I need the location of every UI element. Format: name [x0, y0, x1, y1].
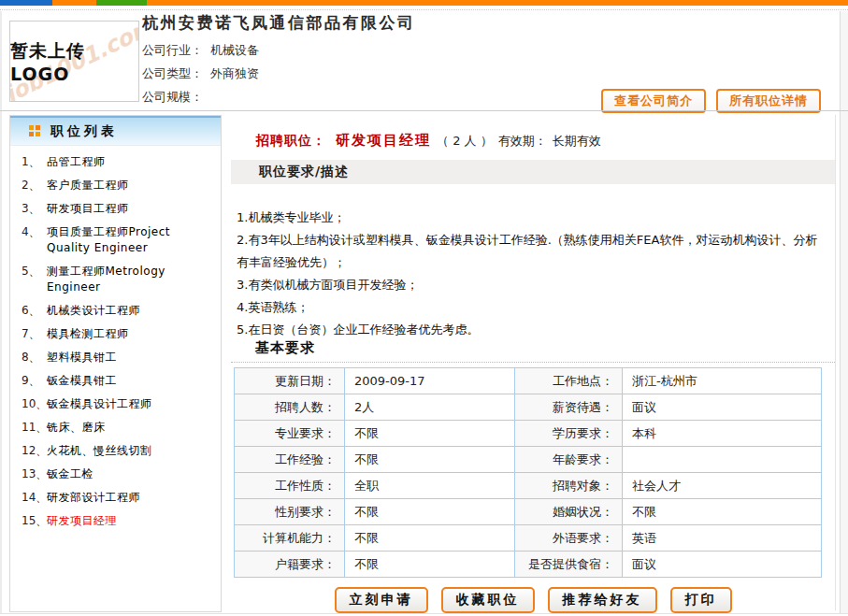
description-line: 5.在日资（台资）企业工作经验者优先考虑。	[237, 319, 824, 341]
page: job1001.com 暂未上传LOGO 杭州安费诺飞凤通信部品有限公司 公司行…	[0, 0, 848, 616]
apply-now-button[interactable]: 立刻申请	[335, 587, 428, 613]
field-label: 学历要求：	[515, 421, 623, 447]
field-label: 户籍要求：	[235, 552, 345, 578]
field-value: 不限	[345, 525, 515, 552]
field-label: 性别要求：	[235, 499, 345, 525]
field-label: 是否提供食宿：	[515, 552, 623, 578]
sidebar-job-item[interactable]: 12、火花机、慢丝线切割	[20, 443, 215, 459]
stripe-green	[96, 0, 147, 6]
basic-requirements-title: 基本要求	[255, 339, 315, 357]
field-label: 招聘对象：	[515, 473, 623, 499]
requirements-section-header: 职位要求/描述	[231, 160, 835, 184]
field-value: 2人	[345, 394, 515, 421]
header-divider	[0, 110, 848, 111]
field-value: 社会人才	[623, 473, 822, 499]
table-row: 招聘人数： 2人 薪资待遇： 面议	[235, 394, 822, 421]
job-number: 13、	[20, 466, 47, 482]
job-label: 品管工程师	[47, 154, 215, 170]
field-value: 英语	[623, 525, 822, 552]
sidebar-job-item[interactable]: 1、品管工程师	[20, 154, 215, 170]
job-number: 8、	[20, 350, 47, 365]
save-job-button[interactable]: 收藏职位	[441, 587, 535, 613]
sidebar-job-item[interactable]: 8、塑料模具钳工	[20, 350, 215, 365]
description-line: 2.有3年以上结构设计或塑料模具、钣金模具设计工作经验.（熟练使用相关FEA软件…	[237, 229, 824, 274]
dotted-divider	[0, 9, 848, 10]
job-label: 测量工程师Metrology Engineer	[47, 264, 215, 295]
sidebar-title: 职位列表	[50, 123, 118, 140]
sidebar-job-item[interactable]: 7、模具检测工程师	[20, 326, 215, 342]
company-logo-placeholder: job1001.com 暂未上传LOGO	[9, 21, 139, 102]
job-detail-panel: 招聘职位：研发项目经理（ 2 人 ）有效期：长期有效 职位要求/描述 1.机械类…	[231, 115, 835, 616]
content-right-border	[835, 115, 836, 610]
job-label: 研发项目经理	[47, 513, 215, 529]
job-label: 火花机、慢丝线切割	[47, 443, 215, 459]
field-label: 工作地点：	[515, 368, 623, 394]
grid-bullet-icon	[29, 125, 41, 137]
job-label: 塑料模具钳工	[47, 350, 215, 365]
job-number: 6、	[20, 303, 47, 319]
field-value: 面议	[623, 394, 822, 421]
recommend-to-friend-button[interactable]: 推荐给好友	[548, 587, 657, 613]
description-line: 4.英语熟练；	[237, 296, 824, 319]
sidebar-job-item[interactable]: 11、铣床、磨床	[20, 420, 215, 436]
job-description: 1.机械类专业毕业； 2.有3年以上结构设计或塑料模具、钣金模具设计工作经验.（…	[237, 207, 824, 341]
sidebar-job-item[interactable]: 5、测量工程师Metrology Engineer	[20, 264, 215, 295]
sidebar-job-item[interactable]: 14、研发部设计工程师	[20, 490, 215, 506]
field-label: 婚姻状况：	[515, 499, 623, 525]
company-industry-row: 公司行业：机械设备	[142, 42, 259, 59]
sidebar-job-item[interactable]: 3、研发项目工程师	[20, 201, 215, 217]
job-label: 铣床、磨床	[47, 420, 215, 436]
field-label: 公司行业：	[142, 43, 203, 57]
sidebar-job-item[interactable]: 13、钣金工检	[20, 466, 215, 482]
sidebar-job-item-active[interactable]: 15、研发项目经理	[20, 513, 215, 529]
basic-requirements-table: 更新日期： 2009-09-17 工作地点： 浙江-杭州市 招聘人数： 2人 薪…	[234, 367, 822, 578]
table-row: 更新日期： 2009-09-17 工作地点： 浙江-杭州市	[235, 368, 822, 394]
sidebar-job-item[interactable]: 9、钣金模具钳工	[20, 373, 215, 389]
job-number: 11、	[20, 420, 47, 436]
company-size-row: 公司规模：	[142, 89, 210, 106]
job-label: 客户质量工程师	[47, 178, 215, 193]
field-value: 外商独资	[210, 66, 259, 80]
company-type-row: 公司类型：外商独资	[142, 65, 259, 82]
field-label: 工作经验：	[235, 447, 345, 473]
field-label: 年龄要求：	[515, 447, 623, 473]
job-number: 5、	[20, 264, 47, 295]
table-row: 专业要求： 不限 学历要求： 本科	[235, 421, 822, 447]
job-number: 2、	[20, 178, 47, 193]
print-button[interactable]: 打印	[670, 587, 732, 613]
table-row: 计算机能力： 不限 外语要求： 英语	[235, 525, 822, 552]
job-label: 钣金模具设计工程师	[47, 396, 215, 412]
job-list-sidebar: 职位列表 1、品管工程师 2、客户质量工程师 3、研发项目工程师 4、项目质量工…	[9, 115, 222, 612]
job-label: 研发部设计工程师	[47, 490, 215, 506]
job-number: 12、	[20, 443, 47, 459]
sidebar-job-item[interactable]: 10、钣金模具设计工程师	[20, 396, 215, 412]
stripe-orange	[147, 0, 848, 6]
field-label: 计算机能力：	[235, 525, 345, 552]
table-row: 工作经验： 不限 年龄要求：	[235, 447, 822, 473]
validity-label: 有效期：	[498, 134, 547, 148]
field-value: 浙江-杭州市	[623, 368, 822, 394]
page-left-edge	[0, 11, 2, 614]
job-number: 1、	[20, 154, 47, 170]
job-number: 9、	[20, 373, 47, 389]
field-value: 机械设备	[210, 43, 259, 57]
field-value: 不限	[345, 499, 515, 525]
sidebar-job-item[interactable]: 4、项目质量工程师Project Quality Engineer	[20, 224, 215, 256]
sidebar-job-item[interactable]: 2、客户质量工程师	[20, 178, 215, 193]
job-label: 钣金工检	[47, 466, 215, 482]
table-row: 户籍要求： 不限 是否提供食宿： 面议	[235, 552, 822, 578]
sidebar-job-item[interactable]: 6、机械类设计工程师	[20, 303, 215, 319]
field-value: 不限	[623, 499, 822, 525]
job-headcount: （ 2 人 ）	[437, 134, 493, 148]
field-value: 不限	[345, 421, 515, 447]
job-number: 3、	[20, 201, 47, 217]
job-title: 研发项目经理	[336, 132, 431, 149]
job-list: 1、品管工程师 2、客户质量工程师 3、研发项目工程师 4、项目质量工程师Pro…	[10, 146, 221, 529]
field-label: 招聘人数：	[235, 394, 345, 421]
job-header-line: 招聘职位：研发项目经理（ 2 人 ）有效期：长期有效	[256, 132, 601, 150]
field-label: 专业要求：	[235, 421, 345, 447]
field-value: 不限	[345, 447, 515, 473]
field-value: 面议	[623, 552, 822, 578]
stripe-blue	[0, 0, 52, 6]
job-number: 15、	[20, 513, 47, 529]
